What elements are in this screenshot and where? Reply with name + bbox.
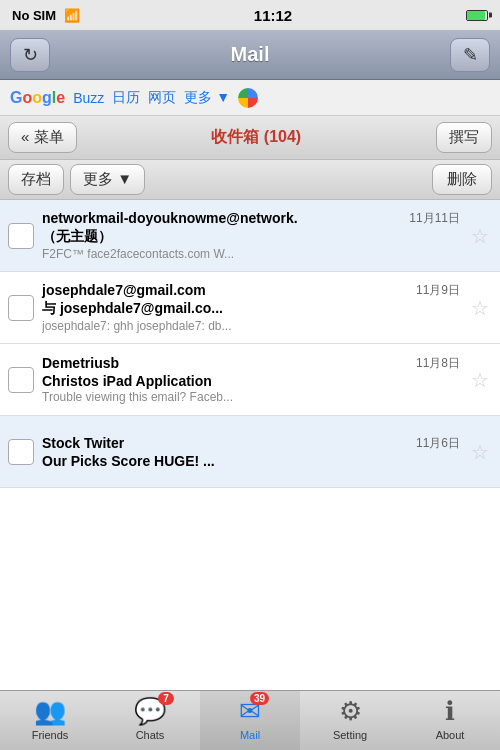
google-apps-icon[interactable] <box>238 88 258 108</box>
tab-bar: 👥 Friends 💬 7 Chats ✉ 39 Mail ⚙ Setting … <box>0 690 500 750</box>
email-preview: F2FC™ face2facecontacts.com W... <box>42 247 460 261</box>
tab-mail[interactable]: ✉ 39 Mail <box>200 691 300 750</box>
delete-button[interactable]: 删除 <box>432 164 492 195</box>
email-date: 11月9日 <box>416 282 460 299</box>
status-bar: No SIM 📶 11:12 <box>0 0 500 30</box>
nav-bar: ↻ Mail ✎ <box>0 30 500 80</box>
email-checkbox[interactable] <box>8 367 34 393</box>
email-star[interactable]: ☆ <box>468 440 492 464</box>
setting-label: Setting <box>333 729 367 741</box>
more-button[interactable]: 更多 ▼ <box>70 164 145 195</box>
email-item[interactable]: networkmail-doyouknowme@network. 11月11日 … <box>0 200 500 272</box>
status-time: 11:12 <box>254 7 292 24</box>
friends-label: Friends <box>32 729 69 741</box>
tab-friends[interactable]: 👥 Friends <box>0 691 100 750</box>
battery-fill <box>467 11 485 20</box>
email-sender: networkmail-doyouknowme@network. <box>42 210 298 226</box>
about-label: About <box>436 729 465 741</box>
google-web-link[interactable]: 网页 <box>148 89 176 107</box>
chats-icon: 💬 7 <box>134 696 166 727</box>
about-icon: ℹ <box>445 696 455 727</box>
refresh-icon: ↻ <box>23 44 38 66</box>
refresh-button[interactable]: ↻ <box>10 38 50 72</box>
setting-icon: ⚙ <box>339 696 362 727</box>
email-sender: Demetriusb <box>42 355 119 371</box>
mail-badge: 39 <box>250 692 269 705</box>
email-preview: Trouble viewing this email? Faceb... <box>42 390 460 404</box>
email-sender: josephdale7@gmail.com <box>42 282 206 298</box>
compose-icon: ✎ <box>463 44 478 66</box>
google-more-link[interactable]: 更多 ▼ <box>184 89 230 107</box>
archive-button[interactable]: 存档 <box>8 164 64 195</box>
email-preview: josephdale7: ghh josephdale7: db... <box>42 319 460 333</box>
email-subject: 与 josephdale7@gmail.co... <box>42 300 460 318</box>
google-buzz-link[interactable]: Buzz <box>73 90 104 106</box>
email-content: Demetriusb 11月8日 Christos iPad Applicati… <box>42 355 460 404</box>
email-star[interactable]: ☆ <box>468 368 492 392</box>
email-subject: Christos iPad Application <box>42 373 460 389</box>
email-item[interactable]: Stock Twiter 11月6日 Our Picks Score HUGE!… <box>0 416 500 488</box>
action-toolbar: 存档 更多 ▼ 删除 <box>0 160 500 200</box>
status-left: No SIM 📶 <box>12 8 80 23</box>
tab-setting[interactable]: ⚙ Setting <box>300 691 400 750</box>
mail-icon: ✉ 39 <box>239 696 261 727</box>
compose-button[interactable]: ✎ <box>450 38 490 72</box>
email-checkbox[interactable] <box>8 223 34 249</box>
inbox-toolbar: « 菜单 收件箱 (104) 撰写 <box>0 116 500 160</box>
email-subject: （无主题） <box>42 228 460 246</box>
email-sender: Stock Twiter <box>42 435 124 451</box>
email-header: networkmail-doyouknowme@network. 11月11日 <box>42 210 460 227</box>
carrier-label: No SIM <box>12 8 56 23</box>
google-calendar-link[interactable]: 日历 <box>112 89 140 107</box>
status-right <box>466 10 488 21</box>
wifi-icon: 📶 <box>64 8 80 23</box>
email-checkbox[interactable] <box>8 295 34 321</box>
mail-label: Mail <box>240 729 260 741</box>
email-star[interactable]: ☆ <box>468 224 492 248</box>
email-date: 11月6日 <box>416 435 460 452</box>
email-content: networkmail-doyouknowme@network. 11月11日 … <box>42 210 460 261</box>
email-subject: Our Picks Score HUGE! ... <box>42 453 460 469</box>
email-date: 11月8日 <box>416 355 460 372</box>
tab-about[interactable]: ℹ About <box>400 691 500 750</box>
tab-chats[interactable]: 💬 7 Chats <box>100 691 200 750</box>
toolbar2-left: 存档 更多 ▼ <box>8 164 145 195</box>
email-item[interactable]: josephdale7@gmail.com 11月9日 与 josephdale… <box>0 272 500 344</box>
nav-title: Mail <box>231 43 270 66</box>
email-date: 11月11日 <box>409 210 460 227</box>
inbox-title: 收件箱 (104) <box>77 127 436 148</box>
battery-icon <box>466 10 488 21</box>
email-content: Stock Twiter 11月6日 Our Picks Score HUGE!… <box>42 435 460 469</box>
email-header: Stock Twiter 11月6日 <box>42 435 460 452</box>
email-header: josephdale7@gmail.com 11月9日 <box>42 282 460 299</box>
email-checkbox[interactable] <box>8 439 34 465</box>
email-item[interactable]: Demetriusb 11月8日 Christos iPad Applicati… <box>0 344 500 416</box>
email-star[interactable]: ☆ <box>468 296 492 320</box>
compose-mail-button[interactable]: 撰写 <box>436 122 492 153</box>
chats-badge: 7 <box>158 692 174 705</box>
friends-icon: 👥 <box>34 696 66 727</box>
email-content: josephdale7@gmail.com 11月9日 与 josephdale… <box>42 282 460 333</box>
chats-label: Chats <box>136 729 165 741</box>
google-bar: Google Buzz 日历 网页 更多 ▼ <box>0 80 500 116</box>
email-header: Demetriusb 11月8日 <box>42 355 460 372</box>
email-list: networkmail-doyouknowme@network. 11月11日 … <box>0 200 500 690</box>
google-logo: Google <box>10 89 65 107</box>
back-button[interactable]: « 菜单 <box>8 122 77 153</box>
